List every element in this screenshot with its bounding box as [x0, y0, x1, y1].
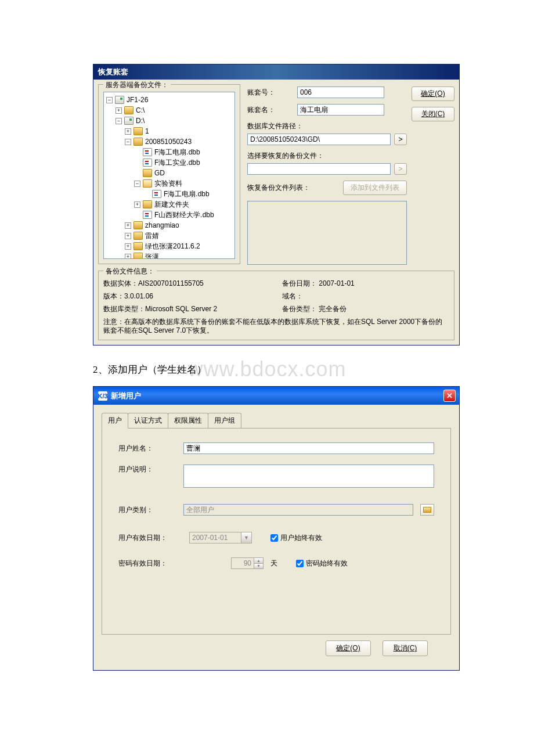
- server-backup-label: 服务器端备份文件：: [103, 80, 171, 90]
- tab-strip: 用户 认证方式 权限属性 用户组: [102, 413, 451, 429]
- user-desc-textarea[interactable]: [183, 465, 434, 488]
- dbb-file-icon: [143, 211, 152, 219]
- pwd-days-input: 90: [231, 557, 254, 569]
- dialog2-ok-button[interactable]: 确定(O): [326, 640, 371, 656]
- tree-expand-icon[interactable]: +: [134, 201, 140, 208]
- dbb-file-icon: [143, 159, 152, 167]
- user-type-label: 用户类别：: [118, 505, 176, 515]
- entity-value: AIS20070101155705: [138, 279, 204, 287]
- tree-expand-icon[interactable]: +: [125, 128, 131, 135]
- browse-type-button[interactable]: [420, 504, 434, 516]
- dbb-file-icon: [152, 190, 161, 198]
- tab-auth[interactable]: 认证方式: [128, 413, 168, 428]
- tree-folder-leijing: 雷婧: [145, 231, 159, 241]
- drive-icon: [124, 117, 134, 125]
- section-heading: 2、添加用户（学生姓名）: [93, 363, 441, 376]
- user-desc-label: 用户说明：: [118, 465, 176, 474]
- folder-icon: [134, 253, 143, 259]
- tree-collapse-icon[interactable]: −: [125, 139, 131, 145]
- account-name-label: 账套名：: [247, 105, 294, 115]
- tab-group[interactable]: 用户组: [208, 413, 241, 428]
- drive-icon: [124, 106, 134, 114]
- tree-folder-zhangmiao: zhangmiao: [145, 220, 179, 231]
- server-backup-group: 服务器端备份文件： −JF1-26 +C:\ −D:\ +1 −20085105…: [98, 84, 240, 264]
- account-no-input[interactable]: [297, 87, 384, 98]
- tree-expand-icon[interactable]: +: [125, 222, 131, 229]
- window-close-button[interactable]: ✕: [443, 390, 456, 402]
- version-value: 3.0.01.06: [124, 292, 153, 300]
- user-valid-date-value: 2007-01-01: [189, 532, 241, 543]
- app-icon: K/3: [98, 391, 107, 401]
- folder-icon: [134, 242, 143, 250]
- folder-icon: [143, 200, 152, 208]
- tree-folder-gd: GD: [154, 168, 165, 178]
- tree-root-label: JF1-26: [127, 95, 148, 105]
- dbtype-value: Microsoft SQL Server 2: [145, 305, 217, 313]
- select-backup-label: 选择要恢复的备份文件：: [247, 151, 407, 161]
- backuptype-label: 备份类型：: [282, 305, 317, 313]
- db-path-label: 数据库文件路径：: [247, 121, 407, 131]
- browse-backup-button[interactable]: >: [394, 163, 407, 175]
- browse-path-button[interactable]: >: [394, 134, 407, 145]
- user-always-valid-checkbox[interactable]: 用户始终有效: [270, 533, 322, 543]
- user-name-input[interactable]: [183, 442, 434, 454]
- domain-label: 域名：: [282, 292, 303, 300]
- close-button[interactable]: 关闭(C): [412, 107, 454, 121]
- backup-date-label: 备份日期：: [282, 279, 317, 287]
- tree-folder-new: 新建文件夹: [154, 199, 189, 210]
- tree-folder-zhangxiao: 张潇: [145, 251, 159, 259]
- backup-info-label: 备份文件信息：: [103, 267, 157, 276]
- tree-expand-icon[interactable]: +: [125, 254, 131, 260]
- pwd-always-valid-input[interactable]: [296, 560, 304, 567]
- dbtype-label: 数据库类型：: [103, 305, 145, 313]
- user-always-valid-label: 用户始终有效: [280, 533, 322, 543]
- file-tree[interactable]: −JF1-26 +C:\ −D:\ +1 −200851050243 F海工电扇…: [103, 92, 235, 259]
- tree-file-dianshan: F海工电扇.dbb: [154, 147, 200, 157]
- backup-file-input[interactable]: [247, 163, 391, 175]
- folder-icon: [134, 232, 143, 240]
- tree-expand-icon[interactable]: +: [125, 243, 131, 250]
- dialog1-titlebar[interactable]: 恢复账套: [93, 64, 459, 80]
- folder-open-icon: [423, 507, 431, 513]
- tree-c-drive: C:\: [136, 105, 145, 116]
- backup-file-list[interactable]: [247, 201, 407, 265]
- restore-account-dialog: 恢复账套 服务器端备份文件： −JF1-26 +C:\ −D:\ +1 −200…: [93, 64, 460, 345]
- tree-d-drive: D:\: [136, 116, 145, 126]
- tree-file-shiye: F海工实业.dbb: [154, 157, 200, 168]
- tree-expand-icon[interactable]: +: [125, 233, 131, 239]
- pwd-always-valid-checkbox[interactable]: 密码始终有效: [296, 559, 348, 568]
- tree-collapse-icon[interactable]: −: [116, 118, 122, 124]
- tree-collapse-icon[interactable]: −: [106, 97, 113, 103]
- backup-date-value: 2007-01-01: [319, 279, 354, 287]
- tab-user[interactable]: 用户: [102, 413, 128, 429]
- tree-folder-exp: 实验资料: [154, 178, 182, 189]
- info-note: 注意：在高版本的数据库系统下备份的账套不能在低版本的数据库系统下恢复，如在SQL…: [103, 318, 449, 335]
- spin-up-button: ▲: [254, 558, 263, 564]
- add-to-list-button[interactable]: 添加到文件列表: [343, 181, 407, 195]
- computer-icon: [115, 96, 124, 104]
- spin-down-button: ▼: [254, 564, 263, 569]
- tree-file-dianshan2: F海工电扇.dbb: [164, 189, 210, 199]
- dialog2-titlebar[interactable]: K/3 新增用户 ✕: [93, 387, 459, 405]
- db-path-input[interactable]: [247, 134, 391, 145]
- tab-perm[interactable]: 权限属性: [168, 413, 208, 428]
- tree-collapse-icon[interactable]: −: [134, 181, 140, 187]
- dialog1-title: 恢复账套: [98, 67, 128, 76]
- pwd-always-valid-label: 密码始终有效: [306, 559, 348, 568]
- user-valid-date-label: 用户有效日期：: [118, 533, 182, 543]
- folder-icon: [134, 127, 143, 135]
- tree-folder-1: 1: [145, 126, 149, 136]
- tree-expand-icon[interactable]: +: [116, 107, 122, 114]
- ok-button[interactable]: 确定(O): [412, 87, 454, 101]
- days-unit-label: 天: [270, 559, 277, 568]
- backuptype-value: 完全备份: [319, 305, 347, 313]
- date-dropdown-button: ▼: [241, 532, 252, 543]
- account-name-input[interactable]: [297, 104, 384, 116]
- dialog2-title: 新增用户: [111, 391, 141, 401]
- dialog2-cancel-button[interactable]: 取消(C): [383, 640, 428, 656]
- folder-icon: [143, 169, 152, 177]
- folder-icon: [134, 138, 143, 146]
- backup-list-label: 恢复备份文件列表：: [247, 183, 310, 193]
- user-always-valid-input[interactable]: [270, 534, 278, 542]
- form-panel: 账套号： 账套名： 数据库文件路径： > 选择要恢复的备份文件： >: [245, 84, 407, 265]
